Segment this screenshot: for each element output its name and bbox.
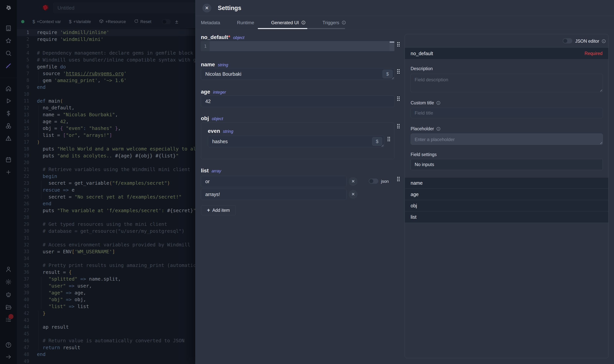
field-row-name[interactable]: name [405, 177, 608, 189]
list-item-input-0[interactable]: or [201, 176, 346, 187]
gear-icon[interactable] [5, 278, 12, 286]
code-line[interactable]: 26 end [17, 200, 195, 207]
drag-handle-name[interactable] [397, 69, 400, 74]
code-line[interactable]: 13 name = "Nicolas Bourbaki", [17, 111, 195, 118]
code-line[interactable]: 12 no_default, [17, 104, 195, 111]
code-line[interactable]: 11def main( [17, 97, 195, 104]
field-row-list[interactable]: list [405, 211, 608, 223]
plus-icon[interactable] [5, 169, 12, 176]
close-icon[interactable]: ✕ [202, 4, 211, 13]
code-line[interactable]: 19 puts "and its acolytes.. #{age} #{obj… [17, 152, 195, 159]
code-line[interactable]: 40 "obj" => obj, [17, 296, 195, 303]
drag-handle-even[interactable] [388, 137, 390, 142]
info-icon[interactable] [342, 20, 346, 25]
code-line[interactable]: 49 [17, 358, 195, 364]
code-line[interactable]: 2require 'windmill/mini' [17, 36, 195, 43]
help-icon[interactable] [5, 341, 12, 349]
code-line[interactable]: 4# Dependency management: declare gems i… [17, 50, 195, 56]
play-icon[interactable] [5, 97, 12, 104]
code-line[interactable]: 16 list = ["or", "arrays!"] [17, 132, 195, 139]
code-line[interactable]: 41 "list" => list [17, 303, 195, 310]
code-line[interactable]: 9end [17, 84, 195, 91]
add-resource-button[interactable]: +Resource [99, 19, 126, 25]
code-line[interactable]: 48end [17, 351, 195, 358]
field-row-age[interactable]: age [405, 189, 608, 200]
code-line[interactable]: 17) [17, 139, 195, 145]
search-icon[interactable] [5, 50, 12, 57]
building-icon[interactable] [5, 25, 12, 32]
add-context-var-button[interactable]: $ +Context var [32, 19, 61, 24]
no-default-json-input[interactable]: 1 [201, 41, 394, 51]
home-icon[interactable] [5, 85, 12, 92]
drag-handle-obj[interactable] [397, 124, 400, 129]
tab-metadata[interactable]: Metadata [201, 20, 220, 25]
code-line[interactable]: 20 [17, 159, 195, 166]
info-icon[interactable] [301, 20, 306, 25]
wand-icon[interactable] [5, 62, 12, 69]
bot-icon[interactable] [5, 291, 12, 298]
code-line[interactable]: 24 rescue => e [17, 187, 195, 194]
user-icon[interactable] [5, 266, 12, 273]
info-icon[interactable] [601, 39, 606, 43]
code-line[interactable]: 8 gem 'amazing_print', '~> 1.6' [17, 77, 195, 84]
code-line[interactable]: 22 begin [17, 173, 195, 180]
code-line[interactable]: 29 # Get typed resources using the mini … [17, 221, 195, 228]
folder-open-icon[interactable] [5, 304, 12, 311]
info-icon[interactable] [436, 127, 441, 131]
code-editor[interactable]: 1require 'windmill/inline'2require 'wind… [17, 28, 195, 364]
list-item-input-1[interactable]: arrays! [201, 189, 346, 200]
json-toggle[interactable] [369, 179, 378, 184]
drag-handle-list[interactable] [397, 177, 400, 182]
editor-toggle[interactable] [162, 19, 171, 24]
code-line[interactable]: 46 # Return value is automatically conve… [17, 337, 195, 344]
drag-handle-age[interactable] [397, 96, 400, 101]
code-line[interactable]: 3 [17, 43, 195, 50]
code-line[interactable]: 37 "splitted" => name.split, [17, 276, 195, 283]
selected-field-row[interactable]: no_default Required [405, 48, 608, 59]
add-variable-button[interactable]: $ +Variable [69, 19, 91, 24]
code-line[interactable]: 32 # Access environment variables provid… [17, 241, 195, 248]
placeholder-textarea[interactable] [411, 134, 603, 145]
code-line[interactable]: 28 [17, 214, 195, 221]
insert-variable-button[interactable]: $ [382, 70, 392, 78]
code-line[interactable]: 42 } [17, 310, 195, 317]
insert-variable-button[interactable]: $ [372, 137, 382, 146]
code-line[interactable]: 27 puts "The variable at 'f/examples/sec… [17, 207, 195, 214]
even-field-input[interactable]: hashes $ [208, 136, 384, 147]
code-line[interactable]: 1require 'windmill/inline' [17, 29, 195, 36]
code-line[interactable]: 7 source 'https://rubygems.org' [17, 70, 195, 77]
boxes-icon[interactable] [5, 122, 12, 129]
reset-button[interactable]: Reset [134, 19, 151, 25]
list-menu-icon[interactable] [5, 316, 12, 323]
code-line[interactable]: 5# Windmill uses bundler/inline compatib… [17, 56, 195, 64]
description-textarea[interactable] [411, 74, 603, 92]
code-line[interactable]: 21 # Retrieve variables using the Windmi… [17, 166, 195, 173]
code-line[interactable]: 44 ap result [17, 324, 195, 331]
custom-title-input[interactable] [411, 108, 603, 118]
code-line[interactable]: 14 age = 42, [17, 118, 195, 125]
tab-triggers[interactable]: Triggers [323, 20, 346, 25]
code-line[interactable]: 34 [17, 255, 195, 262]
name-field-input[interactable]: Nicolas Bourbaki $ [201, 68, 394, 80]
pyramid-icon[interactable] [5, 135, 12, 142]
code-line[interactable]: 35 # Pretty print results using amazing_… [17, 262, 195, 269]
arrow-right-icon[interactable] [5, 353, 12, 360]
code-line[interactable]: 30 # database = get_resource("u/user/my_… [17, 228, 195, 235]
code-line[interactable]: 45 [17, 330, 195, 337]
code-line[interactable]: 47 return result [17, 344, 195, 351]
drag-handle-no_default[interactable] [397, 42, 400, 47]
code-line[interactable]: 36 result = { [17, 269, 195, 276]
remove-item-icon[interactable]: ✕ [349, 190, 358, 199]
code-line[interactable]: 15 obj = { "even": "hashes" }, [17, 125, 195, 132]
info-icon[interactable] [436, 101, 441, 105]
code-line[interactable]: 25 secret = "No secret yet at f/examples… [17, 193, 195, 200]
code-line[interactable]: 31 [17, 234, 195, 241]
star-icon[interactable] [5, 37, 12, 44]
remove-item-icon[interactable]: ✕ [349, 177, 358, 186]
tab-generated-ui[interactable]: Generated UI [271, 20, 305, 25]
dollar-icon[interactable] [5, 110, 12, 117]
calendar-icon[interactable] [5, 156, 12, 163]
diff-icon[interactable]: ± [175, 19, 178, 25]
code-line[interactable]: 23 secret = get_variable("f/examples/sec… [17, 180, 195, 187]
mini-editor-scrollbar[interactable] [390, 41, 394, 43]
